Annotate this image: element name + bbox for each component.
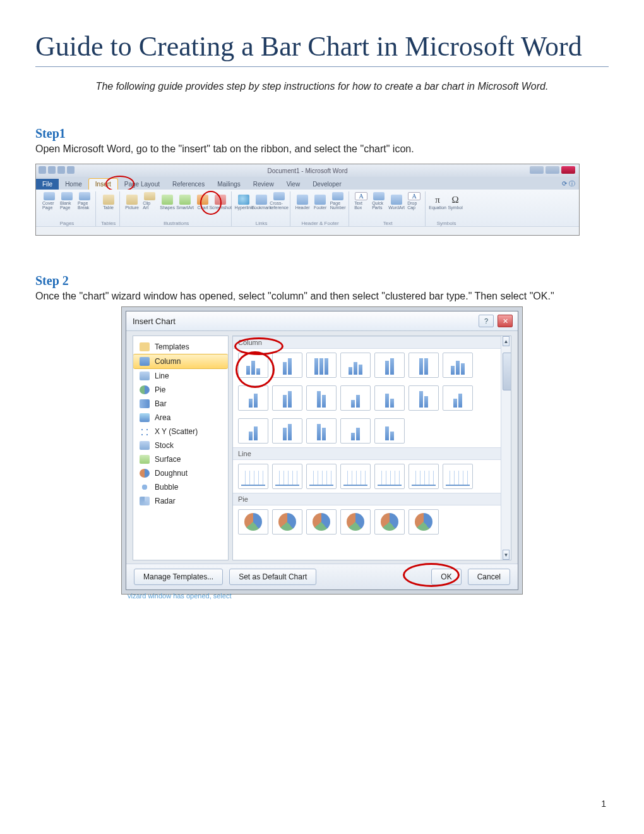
cat-scatter[interactable]: X Y (Scatter) <box>133 425 228 438</box>
cat-column[interactable]: Column <box>133 354 228 369</box>
chart-type-col-extra1[interactable] <box>340 385 371 411</box>
group-tables: Table Tables <box>97 191 120 227</box>
bookmark-button[interactable]: Bookmark <box>254 192 268 210</box>
header-button[interactable]: Header <box>295 192 309 210</box>
ruler <box>36 226 579 236</box>
page-number: 1 <box>601 799 606 809</box>
chart-type-col-extra4[interactable] <box>443 385 473 411</box>
gallery-scrollbar[interactable]: ▲ ▼ <box>501 336 511 560</box>
page-number-button[interactable]: Page Number <box>331 192 345 210</box>
chart-type-3d-clustered[interactable] <box>340 353 371 378</box>
step2-body: Once the "chart" wizard window has opene… <box>35 291 609 302</box>
gallery-header-line: Line <box>233 447 511 460</box>
drop-cap-button[interactable]: Drop Cap <box>407 192 421 210</box>
quick-access-toolbar <box>39 166 75 174</box>
chart-type-col-extra7[interactable] <box>306 418 337 444</box>
chart-type-col-extra2[interactable] <box>374 385 405 411</box>
tab-mailings[interactable]: Mailings <box>211 179 247 190</box>
chart-type-stacked-line[interactable] <box>272 464 302 489</box>
tab-review[interactable]: Review <box>247 179 280 190</box>
cat-templates[interactable]: Templates <box>133 340 228 354</box>
chart-type-exploded-pie[interactable] <box>340 509 371 535</box>
cat-surface[interactable]: Surface <box>133 452 228 466</box>
shapes-button[interactable]: Shapes <box>160 192 174 210</box>
window-controls <box>530 166 575 174</box>
hyperlink-button[interactable]: Hyperlink <box>237 192 251 210</box>
tab-file[interactable]: File <box>36 179 59 190</box>
chart-type-100-line[interactable] <box>306 464 337 489</box>
chart-type-exploded-3d-pie[interactable] <box>374 509 405 535</box>
tab-home[interactable]: Home <box>59 179 88 190</box>
chart-type-cylinder[interactable] <box>238 385 268 411</box>
cat-radar[interactable]: Radar <box>133 494 228 508</box>
picture-button[interactable]: Picture <box>125 192 139 210</box>
chart-type-line[interactable] <box>238 464 268 489</box>
text-box-button[interactable]: Text Box <box>354 192 368 210</box>
chart-category-list[interactable]: Templates Column Line Pie Bar Area X Y (… <box>133 335 229 560</box>
chart-type-col-extra8[interactable] <box>340 418 371 444</box>
annotation-circle-ok-button <box>403 563 460 587</box>
dialog-help-button[interactable]: ? <box>479 315 494 327</box>
chart-type-line-markers[interactable] <box>340 464 371 489</box>
chart-type-100-line-markers[interactable] <box>408 464 439 489</box>
cat-pie[interactable]: Pie <box>133 383 228 397</box>
table-button[interactable]: Table <box>102 192 116 210</box>
chart-type-pie[interactable] <box>238 509 268 535</box>
group-text: Text Box Quick Parts WordArt Drop Cap Te… <box>350 191 426 227</box>
cat-bar[interactable]: Bar <box>133 397 228 411</box>
symbol-button[interactable]: Symbol <box>448 192 462 210</box>
chart-type-cone[interactable] <box>272 385 302 411</box>
ribbon-help-icons: ⟳ ⓘ <box>562 179 575 188</box>
chart-type-col-extra9[interactable] <box>374 418 405 444</box>
chart-type-bar-of-pie[interactable] <box>408 509 439 535</box>
chart-type-3d-column[interactable] <box>443 353 473 378</box>
chart-type-stacked-line-markers[interactable] <box>374 464 405 489</box>
tab-view[interactable]: View <box>280 179 307 190</box>
chart-type-3d-stacked[interactable] <box>374 353 405 378</box>
truncated-caption: vizard window has opened, select <box>128 592 231 600</box>
wordart-button[interactable]: WordArt <box>390 192 403 210</box>
cat-stock[interactable]: Stock <box>133 438 228 452</box>
quick-parts-button[interactable]: Quick Parts <box>372 192 386 210</box>
annotation-circle-clustered-column <box>236 351 275 388</box>
chart-type-pyramid[interactable] <box>306 385 337 411</box>
cross-reference-button[interactable]: Cross-reference <box>272 192 286 210</box>
equation-button[interactable]: Equation <box>431 192 444 210</box>
chart-type-col-extra3[interactable] <box>408 385 439 411</box>
set-default-chart-button[interactable]: Set as Default Chart <box>229 569 316 585</box>
footer-button[interactable]: Footer <box>313 192 327 210</box>
cancel-button[interactable]: Cancel <box>468 569 510 585</box>
tab-references[interactable]: References <box>166 179 211 190</box>
annotation-circle-chart-button <box>200 191 222 215</box>
cat-area[interactable]: Area <box>133 411 228 425</box>
smartart-button[interactable]: SmartArt <box>178 192 192 210</box>
clip-art-button[interactable]: Clip Art <box>143 192 157 210</box>
dialog-close-button[interactable]: ✕ <box>498 315 513 327</box>
chart-type-3d-100[interactable] <box>408 353 439 378</box>
dialog-title: Insert Chart <box>126 311 518 331</box>
chart-type-stacked-column[interactable] <box>272 353 302 378</box>
tab-developer[interactable]: Developer <box>306 179 348 190</box>
step1-heading: Step1 <box>35 126 609 141</box>
chart-type-3d-pie[interactable] <box>272 509 302 535</box>
chart-gallery: Column <box>232 335 511 560</box>
manage-templates-button[interactable]: Manage Templates... <box>134 569 223 585</box>
chart-type-col-extra6[interactable] <box>272 418 302 444</box>
blank-page-button[interactable]: Blank Page <box>60 192 74 210</box>
step1-body: Open Microsoft Word, go to the "insert" … <box>35 143 609 155</box>
screenshot-insert-chart-dialog: Insert Chart ? ✕ Templates Column Line P… <box>126 311 518 590</box>
page-break-button[interactable]: Page Break <box>78 192 92 210</box>
chart-type-col-extra5[interactable] <box>238 418 268 444</box>
chart-type-3d-line[interactable] <box>443 464 473 489</box>
chart-type-100-stacked-column[interactable] <box>306 353 337 378</box>
cat-doughnut[interactable]: Doughnut <box>133 466 228 480</box>
cat-line[interactable]: Line <box>133 369 228 383</box>
chart-type-pie-of-pie[interactable] <box>306 509 337 535</box>
cover-page-button[interactable]: Cover Page <box>42 192 56 210</box>
scrollbar-thumb[interactable] <box>503 353 511 390</box>
group-symbols: Equation Symbol Symbols <box>427 191 466 227</box>
intro-text: The following guide provides step by ste… <box>35 81 609 92</box>
cat-bubble[interactable]: Bubble <box>133 480 228 494</box>
ribbon: Cover Page Blank Page Page Break Pages T… <box>36 190 579 229</box>
screenshot-ribbon: Document1 - Microsoft Word File Home Ins… <box>35 164 580 236</box>
